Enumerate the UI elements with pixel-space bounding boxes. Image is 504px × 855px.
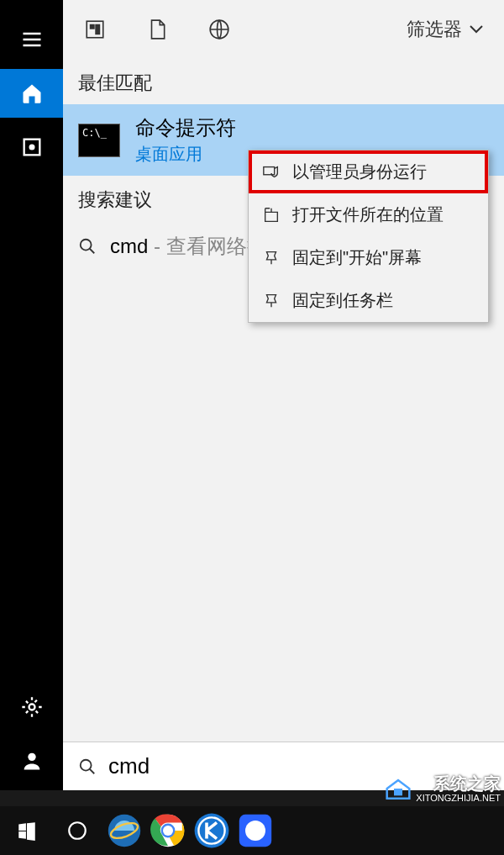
topbar-documents-button[interactable]	[139, 11, 176, 48]
cmd-icon: C:\_	[78, 124, 120, 157]
svg-point-20	[245, 821, 265, 841]
suggestion-query: cmd	[110, 235, 148, 257]
svg-point-10	[81, 759, 92, 770]
watermark-url: XITONGZHIJIA.NET	[416, 793, 501, 803]
sidebar-home[interactable]	[0, 69, 63, 118]
svg-point-3	[28, 753, 35, 761]
context-item-label: 固定到任务栏	[292, 289, 393, 312]
document-icon	[146, 18, 168, 40]
context-item-label: 固定到"开始"屏幕	[292, 246, 422, 269]
svg-point-16	[163, 826, 173, 836]
search-icon	[78, 237, 97, 256]
sidebar-settings[interactable]	[0, 683, 63, 731]
context-menu: 以管理员身份运行 打开文件所在的位置 固定到"开始"屏幕 固定到任务栏	[248, 150, 489, 323]
app-icon	[235, 810, 276, 851]
svg-point-8	[81, 240, 92, 251]
kugou-icon	[192, 810, 232, 851]
topbar: 筛选器	[63, 0, 504, 59]
apps-icon	[20, 135, 44, 159]
best-match-header: 最佳匹配	[63, 59, 504, 104]
cortana-icon	[66, 820, 88, 842]
svg-rect-9	[264, 166, 275, 174]
topbar-apps-button[interactable]	[76, 11, 113, 48]
gear-icon	[20, 695, 44, 719]
svg-point-2	[29, 705, 34, 710]
svg-rect-4	[87, 21, 103, 38]
hamburger-icon	[20, 28, 44, 51]
ie-icon	[104, 810, 144, 851]
svg-point-11	[69, 822, 86, 839]
globe-icon	[208, 18, 230, 40]
chevron-down-icon	[469, 24, 484, 34]
search-icon	[78, 757, 97, 776]
svg-rect-21	[394, 789, 402, 795]
watermark-logo-icon	[384, 776, 412, 801]
search-panel: 筛选器 最佳匹配 C:\_ 命令提示符 桌面应用 搜索建议 cmd - 查看网络…	[63, 0, 504, 790]
start-sidebar	[0, 0, 63, 790]
start-button[interactable]	[3, 810, 50, 851]
taskbar-chrome[interactable]	[148, 812, 188, 849]
result-subtitle: 桌面应用	[135, 143, 236, 166]
apps-grid-icon	[84, 18, 106, 40]
account-icon	[20, 749, 44, 773]
context-run-as-admin[interactable]: 以管理员身份运行	[249, 150, 488, 193]
folder-icon	[262, 206, 281, 224]
context-open-location[interactable]: 打开文件所在的位置	[249, 193, 488, 236]
windows-icon	[16, 820, 38, 842]
svg-rect-5	[91, 25, 94, 29]
taskbar-app[interactable]	[235, 812, 276, 849]
taskbar	[0, 806, 504, 855]
watermark-title: 系统之家	[416, 774, 501, 793]
shield-icon	[262, 163, 281, 182]
context-pin-taskbar[interactable]: 固定到任务栏	[249, 279, 488, 322]
pin-icon	[262, 249, 281, 267]
filter-label: 筛选器	[407, 17, 462, 42]
context-item-label: 打开文件所在的位置	[292, 203, 444, 226]
svg-point-17	[195, 814, 229, 848]
topbar-web-button[interactable]	[201, 11, 238, 48]
chrome-icon	[148, 810, 188, 851]
context-pin-start[interactable]: 固定到"开始"屏幕	[249, 236, 488, 279]
cortana-button[interactable]	[54, 810, 101, 851]
home-icon	[20, 82, 44, 105]
taskbar-ie[interactable]	[104, 812, 144, 849]
pin-icon	[262, 292, 281, 310]
taskbar-kugou[interactable]	[192, 812, 232, 849]
sidebar-apps[interactable]	[0, 123, 63, 172]
result-title: 命令提示符	[135, 114, 236, 141]
context-item-label: 以管理员身份运行	[292, 161, 427, 183]
svg-rect-6	[96, 25, 99, 34]
watermark: 系统之家 XITONGZHIJIA.NET	[384, 774, 501, 803]
filter-button[interactable]: 筛选器	[407, 17, 491, 42]
svg-point-1	[29, 145, 34, 150]
hamburger-menu[interactable]	[0, 15, 63, 64]
sidebar-account[interactable]	[0, 736, 63, 785]
